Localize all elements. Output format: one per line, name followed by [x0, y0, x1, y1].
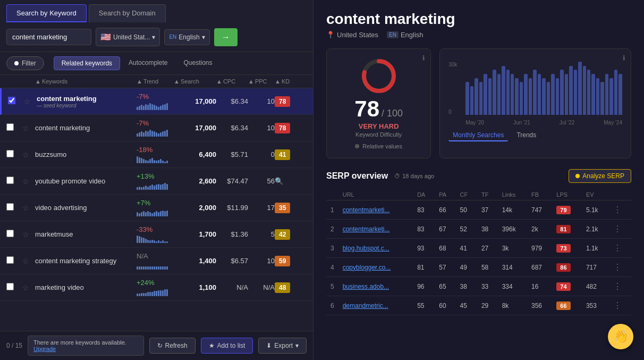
serp-url[interactable]: blog.hubspot.c...	[338, 239, 413, 258]
export-button[interactable]: ⬇ Export ▾	[258, 338, 307, 354]
trend-bar	[151, 104, 153, 110]
serp-ev: 353	[582, 296, 609, 315]
trend-bar	[156, 106, 157, 110]
th-trend[interactable]: ▲ Trend	[137, 78, 174, 85]
filter-dot	[14, 61, 19, 65]
upgrade-link[interactable]: Upgrade	[33, 346, 56, 352]
row-star[interactable]: ☆	[22, 124, 35, 132]
row-checkbox[interactable]	[8, 97, 24, 106]
row-checkbox[interactable]	[6, 177, 22, 186]
language-select[interactable]: EN English ▾	[164, 29, 209, 45]
row-star[interactable]: ☆	[24, 97, 37, 106]
serp-url[interactable]: copyblogger.co...	[338, 258, 413, 277]
trend-value: +13%	[137, 172, 174, 180]
row-checkbox[interactable]	[6, 230, 22, 239]
row-keyword: content marketing	[35, 124, 137, 132]
serp-row[interactable]: 2 contentmarketi... 83 67 52 38 396k 2k …	[326, 220, 631, 239]
serp-url[interactable]: contentmarketi...	[338, 200, 413, 220]
trend-bars	[137, 155, 174, 163]
row-star[interactable]: ☆	[22, 177, 35, 186]
ctab-monthly[interactable]: Monthly Searches	[448, 130, 508, 141]
trend-bar	[164, 241, 166, 243]
row-keyword: content marketing — seed keyword	[37, 95, 137, 108]
row-trend: +13%	[137, 172, 174, 190]
filter-button[interactable]: Filter	[6, 56, 44, 70]
th-cpc[interactable]: ▲ CPC	[216, 78, 248, 85]
row-star[interactable]: ☆	[22, 204, 35, 212]
trend-bars	[137, 128, 174, 137]
trend-bar	[166, 103, 168, 110]
ftab-related[interactable]: Related keywords	[54, 56, 120, 70]
bottom-bar: 0 / 15 There are more keywords available…	[0, 331, 313, 360]
serp-links: 3k	[498, 239, 527, 258]
chart-info-icon[interactable]: ℹ	[623, 54, 625, 62]
analyze-label: Analyze SERP	[582, 172, 624, 180]
right-panel: content marketing 📍 United States EN Eng…	[313, 0, 644, 360]
row-star[interactable]: ☆	[22, 230, 35, 239]
kw-name-text: video advertising	[35, 204, 137, 212]
serp-url[interactable]: business.adob...	[338, 277, 413, 296]
th-keywords[interactable]: ▲ Keywords	[35, 78, 137, 85]
table-row[interactable]: ☆ content marketing strategy N/A 1,400 $…	[0, 248, 313, 274]
serp-rank: 1	[326, 200, 338, 220]
country-select[interactable]: 🇺🇸 United Stat... ▾	[96, 28, 160, 46]
table-row[interactable]: ☆ youtube promote video +13% 2,600 $74.4…	[0, 168, 313, 195]
row-trend: -7%	[137, 119, 174, 137]
keyword-input[interactable]	[6, 29, 91, 45]
chart-bar	[596, 78, 599, 115]
row-checkbox[interactable]	[6, 150, 22, 159]
trend-bar	[137, 266, 138, 270]
meta-country: 📍 United States	[326, 31, 378, 39]
serp-more[interactable]: ⋮	[609, 200, 631, 220]
serp-table-header: URL DA PA CF TF Links FB LPS EV	[326, 189, 631, 200]
refresh-button[interactable]: ↻ Refresh	[149, 338, 196, 354]
country-label: United Stat...	[113, 34, 150, 41]
serp-more[interactable]: ⋮	[609, 220, 631, 239]
add-to-list-label: Add to list	[217, 342, 245, 349]
tab-domain[interactable]: Search by Domain	[89, 4, 166, 22]
serp-row[interactable]: 3 blog.hubspot.c... 93 68 41 27 3k 979 7…	[326, 239, 631, 258]
go-button[interactable]: →	[214, 28, 238, 46]
serp-row[interactable]: 1 contentmarketi... 83 66 50 37 14k 747 …	[326, 200, 631, 220]
row-checkbox[interactable]	[6, 203, 22, 212]
row-star[interactable]: ☆	[22, 150, 35, 159]
table-row[interactable]: ☆ content marketing — seed keyword -7% 1…	[0, 88, 313, 115]
chat-bubble[interactable]: 👋	[608, 324, 633, 349]
table-row[interactable]: ☆ marketmuse -33% 1,700 $1.36 5 42	[0, 221, 313, 248]
serp-more[interactable]: ⋮	[609, 239, 631, 258]
export-chevron: ▾	[295, 342, 299, 349]
tab-keyword[interactable]: Search by Keyword	[6, 4, 87, 22]
serp-url[interactable]: contentmarketi...	[338, 220, 413, 239]
serp-more[interactable]: ⋮	[609, 277, 631, 296]
count-label: 0 / 15	[6, 342, 22, 349]
table-row[interactable]: ☆ buzzsumo -18% 6,400 $5.71 0 41	[0, 141, 313, 168]
th-ppc[interactable]: ▲ PPC	[248, 78, 275, 85]
table-row[interactable]: ☆ marketing video +24% 1,100 N/A N/A 48	[0, 274, 313, 301]
serp-url[interactable]: demandmetric...	[338, 296, 413, 315]
ftab-autocomplete[interactable]: Autocomplete	[121, 56, 175, 70]
row-checkbox[interactable]	[6, 123, 22, 132]
table-row[interactable]: ☆ video advertising +7% 2,000 $11.99 17 …	[0, 195, 313, 221]
analyze-serp-button[interactable]: Analyze SERP	[569, 169, 631, 183]
ctab-trends[interactable]: Trends	[512, 130, 540, 141]
ftab-questions[interactable]: Questions	[176, 56, 219, 70]
row-star[interactable]: ☆	[22, 283, 35, 292]
serp-more[interactable]: ⋮	[609, 296, 631, 315]
chart-bar	[614, 70, 617, 115]
row-checkbox[interactable]	[6, 283, 22, 292]
serp-row[interactable]: 5 business.adob... 96 65 38 33 334 16 74…	[326, 277, 631, 296]
row-checkbox[interactable]	[6, 256, 22, 265]
th-search[interactable]: ▲ Search	[174, 78, 216, 85]
serp-more[interactable]: ⋮	[609, 258, 631, 277]
kd-info-icon[interactable]: ℹ	[422, 54, 425, 62]
trend-bar	[164, 211, 166, 216]
trend-bar	[158, 160, 159, 163]
row-ppc: 17	[248, 204, 275, 212]
row-star[interactable]: ☆	[22, 257, 35, 265]
trend-value: +7%	[137, 199, 174, 207]
table-row[interactable]: ☆ content marketing -7% 17,000 $6.34 10 …	[0, 115, 313, 141]
add-to-list-button[interactable]: ★ Add to list	[201, 338, 253, 354]
serp-row[interactable]: 4 copyblogger.co... 81 57 49 58 314 687 …	[326, 258, 631, 277]
serp-row[interactable]: 6 demandmetric... 55 60 45 29 8k 356 66 …	[326, 296, 631, 315]
th-kd[interactable]: ▲ KD	[275, 78, 307, 85]
